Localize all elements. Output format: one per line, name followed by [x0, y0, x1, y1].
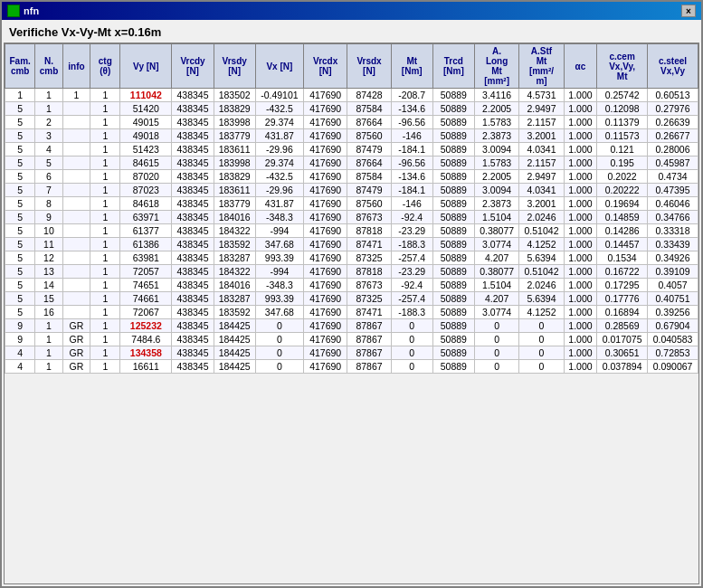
- table-cell: 1.000: [564, 197, 597, 211]
- table-cell: 9: [35, 211, 62, 224]
- table-cell: 50889: [432, 360, 474, 374]
- table-cell: 1.000: [564, 292, 597, 306]
- table-cell: [62, 143, 90, 156]
- table-cell: 1: [90, 360, 120, 374]
- table-cell: 50889: [432, 156, 474, 170]
- table-cell: 87560: [347, 129, 391, 143]
- table-row: 54151423438345183611-29.9641769087479-18…: [5, 143, 698, 156]
- table-cell: 5: [5, 184, 35, 197]
- table-cell: 347.68: [255, 306, 303, 319]
- table-cell: 1: [90, 143, 120, 156]
- table-cell: 50889: [432, 238, 474, 251]
- table-cell: 1.5783: [474, 116, 518, 129]
- col-header-vx: Vx [N]: [255, 44, 303, 89]
- table-cell: 1.000: [564, 346, 597, 360]
- table-cell: 0.67904: [648, 319, 698, 333]
- table-cell: 9: [5, 333, 35, 346]
- table-cell: -29.96: [255, 143, 303, 156]
- table-cell: 0: [519, 346, 564, 360]
- table-row: 57187023438345183611-29.9641769087479-18…: [5, 184, 698, 197]
- table-row: 53149018438345183779431.8741769087560-14…: [5, 129, 698, 143]
- table-cell: 183611: [214, 143, 255, 156]
- table-cell: -146: [391, 129, 432, 143]
- table-cell: 50889: [432, 129, 474, 143]
- table-cell: 0: [519, 319, 564, 333]
- col-header-vy: Vy [N]: [120, 44, 172, 89]
- table-cell: 0: [255, 346, 303, 360]
- table-cell: 4.207: [474, 251, 518, 265]
- table-cell: 50889: [432, 197, 474, 211]
- table-cell: 5.6394: [519, 292, 564, 306]
- table-cell: -29.96: [255, 184, 303, 197]
- table-cell: 134358: [120, 346, 172, 360]
- table-row: 59163971438345184016-348.341769087673-92…: [5, 211, 698, 224]
- table-cell: 74651: [120, 279, 172, 292]
- table-row: 5518461543834518399829.37441769087664-96…: [5, 156, 698, 170]
- table-cell: 0: [255, 333, 303, 346]
- table-cell: -184.1: [391, 184, 432, 197]
- table-cell: 1: [35, 346, 62, 360]
- table-cell: 2.3873: [474, 197, 518, 211]
- table-cell: 1.000: [564, 224, 597, 238]
- table-cell: GR: [62, 333, 90, 346]
- table-cell: 4.0341: [519, 143, 564, 156]
- table-cell: 49015: [120, 116, 172, 129]
- table-cell: 61377: [120, 224, 172, 238]
- table-cell: 1.000: [564, 102, 597, 116]
- table-cell: 2.1157: [519, 156, 564, 170]
- table-row: 514174651438345184016-348.341769087673-9…: [5, 279, 698, 292]
- table-cell: 1: [90, 319, 120, 333]
- table-cell: 0.11379: [597, 116, 648, 129]
- data-table-container[interactable]: Fam.cmb N.cmb info ctg(θ) Vy [N] Vrcdy[N…: [4, 43, 699, 584]
- table-cell: 5: [5, 102, 35, 116]
- table-cell: 1: [90, 89, 120, 102]
- table-cell: 0.14286: [597, 224, 648, 238]
- table-cell: 87325: [347, 292, 391, 306]
- close-button[interactable]: ×: [681, 5, 696, 17]
- table-cell: 0.16722: [597, 265, 648, 279]
- table-cell: -92.4: [391, 279, 432, 292]
- table-cell: [62, 184, 90, 197]
- table-cell: 84615: [120, 156, 172, 170]
- table-cell: -92.4: [391, 211, 432, 224]
- table-row: 515174661438345183287993.3941769087325-2…: [5, 292, 698, 306]
- table-cell: [62, 102, 90, 116]
- table-cell: 417690: [304, 346, 347, 360]
- table-cell: -134.6: [391, 170, 432, 184]
- table-cell: 993.39: [255, 292, 303, 306]
- table-cell: 50889: [432, 346, 474, 360]
- table-cell: 0.11573: [597, 129, 648, 143]
- table-cell: 5: [5, 265, 35, 279]
- table-cell: -0.49101: [255, 89, 303, 102]
- data-table: Fam.cmb N.cmb info ctg(θ) Vy [N] Vrcdy[N…: [5, 43, 698, 374]
- table-row: 41GR113435843834518442504176908786705088…: [5, 346, 698, 360]
- table-cell: 5: [5, 156, 35, 170]
- table-cell: 12: [35, 251, 62, 265]
- table-cell: 4: [5, 346, 35, 360]
- table-cell: 438345: [172, 211, 214, 224]
- table-cell: 431.87: [255, 197, 303, 211]
- table-cell: 87867: [347, 346, 391, 360]
- table-cell: 4: [35, 143, 62, 156]
- table-cell: 0.12098: [597, 102, 648, 116]
- table-cell: 0.26677: [648, 129, 698, 143]
- table-cell: [62, 292, 90, 306]
- table-cell: 3.2001: [519, 129, 564, 143]
- table-cell: 0.47395: [648, 184, 698, 197]
- table-body: 1111111042438345183502-0.491014176908742…: [5, 89, 698, 374]
- table-cell: 29.374: [255, 156, 303, 170]
- table-cell: 2.0246: [519, 211, 564, 224]
- table-cell: 2.1157: [519, 116, 564, 129]
- table-cell: 0.39256: [648, 306, 698, 319]
- page-title: Verifiche Vx-Vy-Mt x=0.16m: [2, 20, 701, 43]
- table-cell: 438345: [172, 102, 214, 116]
- table-row: 516172067438345183592347.6841769087471-1…: [5, 306, 698, 319]
- col-header-fam: Fam.cmb: [5, 44, 35, 89]
- col-header-vrsdx: Vrsdx[N]: [347, 44, 391, 89]
- table-cell: 438345: [172, 170, 214, 184]
- table-cell: 183779: [214, 197, 255, 211]
- table-cell: 438345: [172, 143, 214, 156]
- table-cell: 438345: [172, 292, 214, 306]
- table-cell: 1: [90, 306, 120, 319]
- table-cell: 0.090067: [648, 360, 698, 374]
